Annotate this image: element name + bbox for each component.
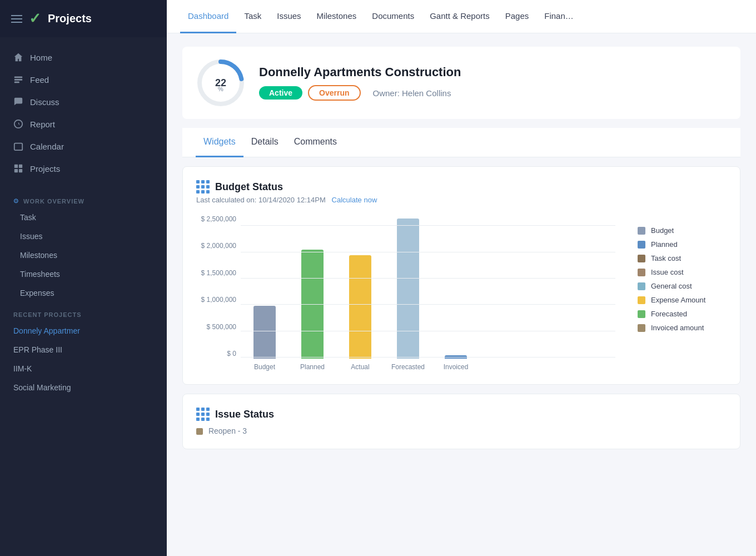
owner-text: Owner: Helen Collins <box>373 88 451 98</box>
sidebar-item-feed[interactable]: Feed <box>0 68 167 91</box>
calculate-now-link[interactable]: Calculate now <box>332 196 377 204</box>
work-overview-section: ⊙ WORK OVERVIEW <box>0 188 167 208</box>
svg-rect-7 <box>14 169 18 172</box>
budget-status-card: Budget Status Last calculated on: 10/14/… <box>182 166 740 385</box>
issue-card-header: Issue Status <box>196 408 727 421</box>
bar-group-invoiced: Invoiced <box>436 216 475 371</box>
sidebar-item-expenses[interactable]: Expenses <box>0 284 167 302</box>
y-label-2500k: $ 2,500,000 <box>196 215 236 223</box>
budget-grid-icon <box>196 180 210 193</box>
sidebar-item-issues[interactable]: Issues <box>0 227 167 246</box>
sidebar-item-report[interactable]: Report <box>0 113 167 135</box>
top-navigation: Dashboard Task Issues Milestones Documen… <box>167 0 756 33</box>
sidebar-item-timesheets[interactable]: Timesheets <box>0 265 167 284</box>
budget-card-header: Budget Status <box>196 180 727 193</box>
sidebar-item-projects[interactable]: Projects <box>0 157 167 180</box>
y-label-500k: $ 500,000 <box>196 323 236 331</box>
bar-group-forecasted: Forecasted <box>389 216 427 371</box>
legend-planned: Planned <box>638 240 727 249</box>
bar-group-budget: Budget <box>245 216 284 371</box>
issue-status-card: Issue Status Reopen - 3 <box>182 394 740 449</box>
project-header: 22 % Donnelly Apartments Construction Ac… <box>182 47 740 119</box>
svg-rect-0 <box>14 77 22 78</box>
status-badge-overrun: Overrun <box>308 85 360 101</box>
bar-group-planned: Planned <box>293 216 332 371</box>
recent-project-epr[interactable]: EPR Phase III <box>0 340 167 359</box>
legend-color-general-cost <box>638 282 645 290</box>
bar-wrap-forecasted <box>397 216 419 359</box>
legend-task-cost: Task cost <box>638 254 727 262</box>
main-content: Dashboard Task Issues Milestones Documen… <box>167 0 756 556</box>
tab-documents[interactable]: Documents <box>364 0 422 33</box>
chart-inner: $ 0 $ 500,000 $ 1,000,000 $ 1,500,000 $ … <box>196 215 615 371</box>
sidebar-item-task[interactable]: Task <box>0 208 167 227</box>
x-label-budget: Budget <box>254 363 275 371</box>
sidebar-nav: Home Feed Discuss Report Calendar Projec… <box>0 37 167 188</box>
svg-rect-2 <box>14 82 19 83</box>
tab-gantt[interactable]: Gantt & Reports <box>422 0 498 33</box>
recent-project-iimk[interactable]: IIM-K <box>0 359 167 378</box>
svg-rect-4 <box>14 143 22 151</box>
legend-issue-cost: Issue cost <box>638 268 727 276</box>
legend-expense-amount: Expense Amount <box>638 296 727 304</box>
sub-tab-widgets[interactable]: Widgets <box>196 128 243 157</box>
logo-icon: ✓ <box>29 10 41 27</box>
legend-color-task-cost <box>638 255 645 262</box>
tab-task[interactable]: Task <box>236 0 269 33</box>
sub-tabs: Widgets Details Comments <box>182 128 740 157</box>
budget-card-title: Budget Status <box>215 181 283 193</box>
page-content: 22 % Donnelly Apartments Construction Ac… <box>167 33 756 556</box>
legend-general-cost: General cost <box>638 282 727 290</box>
svg-rect-5 <box>14 165 18 168</box>
legend-invoiced-amount: Invoiced amount <box>638 324 727 332</box>
bar-wrap-planned <box>301 216 324 359</box>
chart-legend: Budget Planned Task cost Issue cost <box>638 215 727 332</box>
sidebar-item-home[interactable]: Home <box>0 46 167 68</box>
bar-invoiced <box>445 355 467 359</box>
project-badges: Active Overrun Owner: Helen Collins <box>259 85 727 101</box>
recent-project-social[interactable]: Social Marketing <box>0 378 167 397</box>
y-label-0: $ 0 <box>196 350 236 358</box>
bar-actual <box>349 255 371 359</box>
issue-card-title: Issue Status <box>215 409 274 420</box>
bar-wrap-invoiced <box>445 216 467 359</box>
x-label-actual: Actual <box>351 363 369 371</box>
chart-area: $ 0 $ 500,000 $ 1,000,000 $ 1,500,000 $ … <box>196 215 615 371</box>
bar-planned <box>301 250 324 359</box>
sub-tab-comments[interactable]: Comments <box>286 128 345 157</box>
recent-project-donnely[interactable]: Donnely Appartmer <box>0 321 167 340</box>
legend-color-planned <box>638 241 645 249</box>
legend-budget: Budget <box>638 226 727 235</box>
tab-pages[interactable]: Pages <box>498 0 537 33</box>
recent-projects-section: RECENT PROJECTS <box>0 302 167 321</box>
y-label-2m: $ 2,000,000 <box>196 242 236 250</box>
sub-tab-details[interactable]: Details <box>243 128 286 157</box>
x-label-planned: Planned <box>300 363 325 371</box>
status-badge-active: Active <box>259 86 302 100</box>
sidebar-item-discuss[interactable]: Discuss <box>0 91 167 113</box>
reopen-text: Reopen - 3 <box>196 426 727 435</box>
x-label-invoiced: Invoiced <box>444 363 469 371</box>
y-label-1500k: $ 1,500,000 <box>196 269 236 277</box>
legend-color-forecasted <box>638 310 645 318</box>
tab-milestones[interactable]: Milestones <box>309 0 365 33</box>
legend-color-issue-cost <box>638 269 645 276</box>
tab-finan[interactable]: Finan… <box>536 0 581 33</box>
legend-color-invoiced <box>638 324 645 332</box>
x-label-forecasted: Forecasted <box>391 363 425 371</box>
issue-grid-icon <box>196 408 210 421</box>
legend-color-budget <box>638 227 645 235</box>
legend-color-expense <box>638 296 645 304</box>
tab-dashboard[interactable]: Dashboard <box>180 0 236 33</box>
progress-circle: 22 % <box>196 58 246 108</box>
reopen-color-swatch <box>196 428 203 435</box>
svg-rect-8 <box>19 169 22 172</box>
sidebar-item-calendar[interactable]: Calendar <box>0 135 167 157</box>
tab-issues[interactable]: Issues <box>269 0 309 33</box>
sidebar-item-milestones[interactable]: Milestones <box>0 246 167 265</box>
y-axis: $ 0 $ 500,000 $ 1,000,000 $ 1,500,000 $ … <box>196 215 236 371</box>
project-info: Donnelly Apartments Construction Active … <box>259 65 727 101</box>
bar-wrap-budget <box>253 216 276 359</box>
hamburger-icon[interactable] <box>11 15 22 23</box>
work-overview-icon: ⊙ <box>13 197 19 205</box>
